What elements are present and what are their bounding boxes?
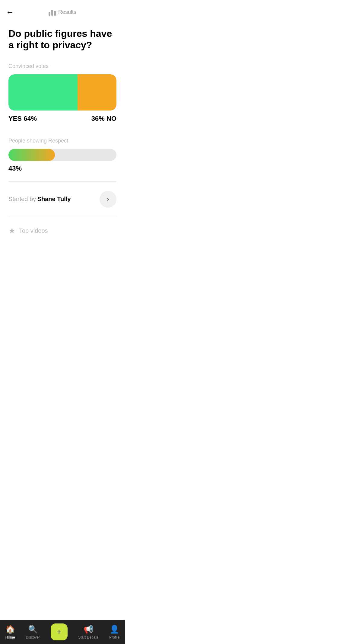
started-by-row: Started by Shane Tully ›	[8, 191, 116, 208]
top-videos-row: ★ Top videos	[8, 226, 116, 235]
plus-icon: +	[56, 627, 61, 637]
started-by-chevron-button[interactable]: ›	[100, 191, 116, 208]
yes-label: YES 64%	[8, 115, 37, 123]
person-icon: 👤	[110, 625, 119, 634]
respect-section: People showing Respect 43%	[8, 138, 116, 172]
search-icon: 🔍	[28, 625, 38, 634]
header-title-container: Results	[49, 8, 76, 16]
nav-start-debate-label: Start Debate	[78, 635, 98, 639]
votes-bar-no	[78, 74, 116, 111]
header-title-text: Results	[58, 9, 76, 15]
divider-2	[8, 217, 116, 217]
bottom-nav: 🏠 Home 🔍 Discover + 📢 Start Debate 👤 Pro…	[0, 620, 125, 644]
nav-home[interactable]: 🏠 Home	[5, 625, 15, 639]
home-icon: 🏠	[5, 625, 15, 634]
megaphone-icon: 📢	[84, 625, 93, 634]
started-by-name: Shane Tully	[37, 196, 71, 202]
nav-add-button[interactable]: +	[51, 623, 68, 640]
convinced-votes-label: Convinced votes	[8, 63, 116, 69]
header: ← Results	[0, 0, 125, 22]
nav-discover-label: Discover	[26, 635, 40, 639]
no-label: 36% NO	[91, 115, 116, 123]
convinced-votes-section: Convinced votes YES 64% 36% NO	[8, 63, 116, 123]
votes-labels: YES 64% 36% NO	[8, 115, 116, 123]
back-button[interactable]: ←	[6, 8, 14, 17]
nav-profile[interactable]: 👤 Profile	[109, 625, 119, 639]
divider-1	[8, 181, 116, 182]
top-videos-label: Top videos	[19, 227, 48, 234]
respect-percentage: 43%	[8, 165, 116, 172]
question-title: Do public figures have a right to privac…	[8, 28, 116, 51]
votes-bar-yes	[8, 74, 78, 111]
respect-bar-fill	[8, 149, 55, 161]
main-content: Do public figures have a right to privac…	[0, 22, 125, 242]
nav-profile-label: Profile	[109, 635, 119, 639]
respect-label: People showing Respect	[8, 138, 116, 144]
nav-discover[interactable]: 🔍 Discover	[26, 625, 40, 639]
chevron-right-icon: ›	[107, 196, 109, 203]
nav-home-label: Home	[5, 635, 15, 639]
nav-start-debate[interactable]: 📢 Start Debate	[78, 625, 98, 639]
votes-bar	[8, 74, 116, 111]
respect-bar-track	[8, 149, 116, 161]
started-by-text-container: Started by Shane Tully	[8, 196, 71, 203]
started-by-prefix: Started by	[8, 196, 36, 202]
star-icon: ★	[8, 226, 15, 235]
bar-chart-icon	[49, 8, 56, 16]
